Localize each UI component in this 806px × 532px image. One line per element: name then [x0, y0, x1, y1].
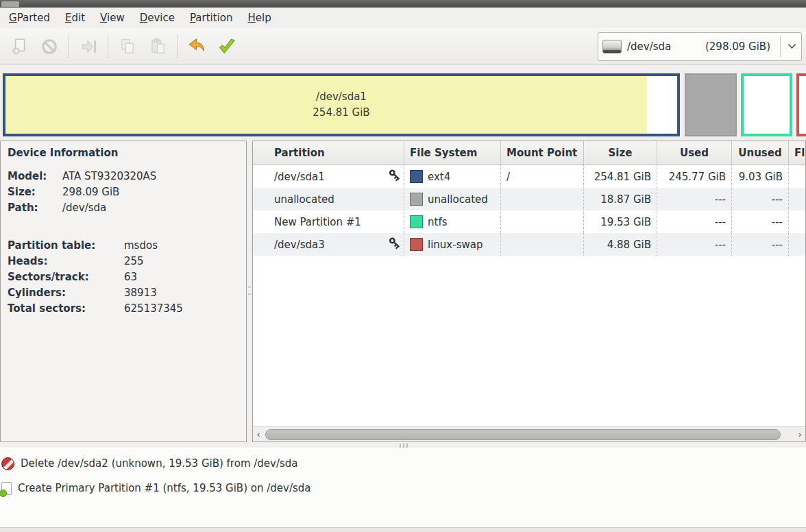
window-chrome-strip: [0, 0, 806, 8]
filesystem-name: linux-swap: [428, 239, 483, 251]
column-header-used: Used: [657, 141, 732, 165]
unused-value: 9.03 GiB: [732, 165, 789, 188]
mount-point: [501, 210, 584, 233]
table-row-sda1[interactable]: /dev/sda1 ext4 / 254.81 GiB 245.77 GiB 9…: [253, 165, 806, 188]
menu-bar: GParted Edit View Device Partition Help: [0, 8, 806, 28]
size-value: 19.53 GiB: [584, 210, 657, 233]
splitter-grip: [248, 287, 251, 295]
undo-icon: [186, 37, 208, 56]
flags-value: [789, 188, 806, 210]
size-value: 254.81 GiB: [584, 165, 657, 188]
scroll-right-arrow-icon[interactable]: ›: [794, 427, 805, 442]
menu-help[interactable]: Help: [241, 9, 279, 27]
device-selector-size: (298.09 GiB): [676, 40, 774, 53]
delete-partition-button: [34, 32, 64, 61]
resize-move-button: [73, 32, 103, 61]
toolbar-separator: [69, 35, 69, 58]
resize-move-icon: [78, 38, 99, 56]
unused-value: ---: [732, 188, 789, 210]
column-header-size: Size: [584, 141, 657, 165]
filesystem-color-swatch: [410, 170, 423, 183]
partition-name: /dev/sda1: [274, 171, 325, 183]
operation-item-delete: Delete /dev/sda2 (unknown, 19.53 GiB) fr…: [0, 451, 806, 476]
pane-splitter[interactable]: [247, 141, 252, 442]
device-info-sectors-track: Sectors/track:63: [8, 269, 239, 285]
size-value: 18.87 GiB: [584, 188, 657, 210]
device-information-panel: Device Information Model:ATA ST9320320AS…: [0, 141, 247, 442]
device-selector[interactable]: /dev/sda (298.09 GiB): [598, 32, 802, 61]
device-selector-device: /dev/sda: [627, 40, 671, 53]
filesystem-name: unallocated: [428, 193, 488, 206]
paste-button: [143, 32, 173, 61]
new-partition-icon: [10, 38, 29, 56]
device-info-cylinders: Cylinders:38913: [8, 285, 239, 301]
scrollbar-thumb[interactable]: [265, 429, 781, 440]
table-row-new-partition[interactable]: New Partition #1 ntfs 19.53 GiB --- ---: [253, 210, 806, 233]
device-info-path: Path:/dev/sda: [8, 200, 239, 216]
filesystem-color-swatch: [410, 215, 423, 228]
gparted-window: GParted Edit View Device Partition Help: [0, 0, 806, 532]
pending-operations-panel: Delete /dev/sda2 (unknown, 19.53 GiB) fr…: [0, 448, 806, 528]
delete-partition-icon: [40, 38, 59, 56]
apply-icon: [216, 37, 238, 56]
partition-name: unallocated: [274, 193, 334, 206]
device-info-heads: Heads:255: [8, 254, 239, 269]
used-value: ---: [657, 233, 732, 256]
key-icon: [385, 237, 400, 252]
mount-point: [501, 188, 584, 210]
menu-view[interactable]: View: [93, 9, 132, 27]
menu-edit[interactable]: Edit: [58, 9, 93, 27]
operation-text: Create Primary Partition #1 (ntfs, 19.53…: [18, 482, 311, 494]
operation-text: Delete /dev/sda2 (unknown, 19.53 GiB) fr…: [21, 457, 298, 470]
filesystem-name: ext4: [428, 171, 450, 183]
disk-block-unallocated[interactable]: [685, 73, 737, 136]
menu-device[interactable]: Device: [132, 9, 182, 27]
copy-button: [112, 32, 143, 61]
chevron-down-icon: [786, 43, 797, 49]
delete-operation-icon: [1, 457, 14, 470]
device-info-total-sectors: Total sectors:625137345: [8, 301, 239, 317]
scroll-left-arrow-icon[interactable]: ‹: [253, 427, 264, 442]
disk-block-sda1[interactable]: /dev/sda1 254.81 GiB: [3, 73, 680, 136]
device-info-partition-table: Partition table:msdos: [8, 238, 239, 254]
horizontal-scrollbar[interactable]: ‹ ›: [253, 426, 805, 442]
mount-point: [501, 233, 584, 256]
partition-table-header: Partition File System Mount Point Size U…: [253, 141, 806, 165]
toolbar-separator: [177, 35, 178, 58]
disk-block-sda3[interactable]: [796, 73, 806, 136]
filesystem-color-swatch: [410, 238, 423, 251]
used-value: ---: [657, 188, 732, 210]
device-information-title: Device Information: [8, 147, 239, 159]
apply-button[interactable]: [212, 32, 242, 61]
disk-block-size: 254.81 GiB: [313, 105, 369, 121]
device-info-model: Model:ATA ST9320320AS: [8, 169, 239, 184]
flags-value: [789, 210, 806, 233]
filesystem-name: ntfs: [428, 216, 447, 228]
unused-value: ---: [732, 233, 789, 256]
window-chrome-chip: [1, 1, 19, 7]
menu-partition[interactable]: Partition: [182, 9, 241, 27]
table-row-unallocated[interactable]: unallocated unallocated 18.87 GiB --- --…: [253, 188, 806, 210]
column-header-unused: Unused: [732, 141, 789, 165]
new-partition-button: [4, 32, 34, 61]
disk-visual-bar: /dev/sda1 254.81 GiB: [0, 73, 806, 136]
menu-gparted[interactable]: GParted: [1, 9, 58, 27]
column-header-filesystem: File System: [404, 141, 501, 165]
mount-point: /: [501, 165, 584, 188]
copy-icon: [118, 38, 137, 56]
used-value: 245.77 GiB: [657, 165, 732, 188]
partition-name: New Partition #1: [274, 216, 361, 228]
disk-block-label: /dev/sda1 254.81 GiB: [5, 76, 677, 134]
column-header-partition: Partition: [253, 141, 404, 165]
undo-button[interactable]: [182, 32, 212, 61]
partition-table-panel: Partition File System Mount Point Size U…: [252, 141, 806, 442]
filesystem-color-swatch: [410, 193, 423, 206]
disk-block-new-partition[interactable]: [741, 73, 792, 136]
device-info-size: Size:298.09 GiB: [8, 184, 239, 200]
table-row-sda3[interactable]: /dev/sda3 linux-swap 4.88 GiB --- ---: [253, 233, 806, 256]
hard-drive-icon: [602, 40, 622, 53]
create-operation-icon: [1, 482, 12, 495]
column-header-mountpoint: Mount Point: [501, 141, 584, 165]
disk-block-name: /dev/sda1: [316, 89, 367, 105]
combo-separator: [780, 36, 781, 57]
